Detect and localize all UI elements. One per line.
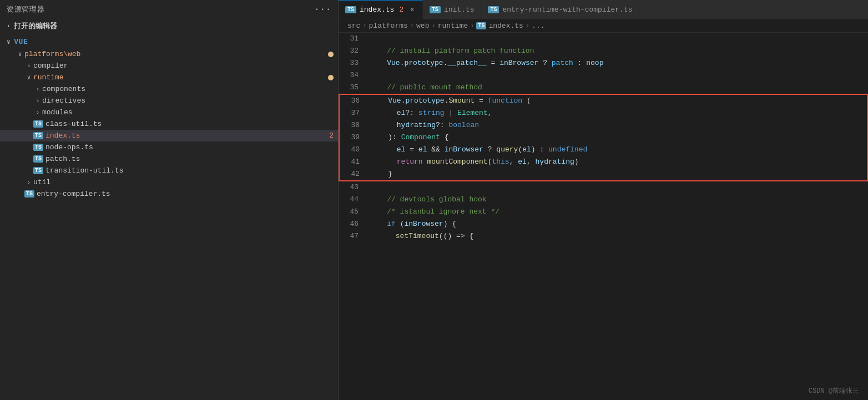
line-content-45: /* istanbul ignore next */ xyxy=(365,206,868,218)
node-ops-ts-icon: TS xyxy=(33,144,43,151)
line-content-37: el?: string | Element, xyxy=(366,107,867,119)
line-num-35: 35 xyxy=(339,82,365,94)
breadcrumb-src: src xyxy=(347,22,360,30)
open-editors-section[interactable]: › 打开的编辑器 xyxy=(0,19,338,33)
line-num-46: 46 xyxy=(339,218,365,230)
line-num-38: 38 xyxy=(340,119,366,131)
open-editors-label: 打开的编辑器 xyxy=(14,21,57,31)
breadcrumb-runtime: runtime xyxy=(438,22,468,30)
modules-label: modules xyxy=(42,108,338,117)
tab-entry-runtime[interactable]: TS entry-runtime-with-compiler.ts xyxy=(481,0,639,19)
components-label: components xyxy=(42,85,338,93)
tab-init-ts[interactable]: TS init.ts xyxy=(423,0,482,19)
line-num-41: 41 xyxy=(340,156,366,168)
directives-label: directives xyxy=(42,97,338,105)
compiler-label: compiler xyxy=(33,62,338,70)
index-ts-icon: TS xyxy=(33,132,43,139)
entry-compiler-file[interactable]: TS entry-compiler.ts xyxy=(0,188,338,200)
line-content-36: Vue.prototype.$mount = function ( xyxy=(366,95,867,107)
code-area[interactable]: 31 32 // install platform patch function… xyxy=(339,33,868,400)
index-ts-file[interactable]: TS index.ts 2 xyxy=(0,130,338,141)
breadcrumb-sep4: › xyxy=(470,22,474,30)
transition-util-file[interactable]: TS transition-util.ts xyxy=(0,165,338,176)
tab-init-ts-icon: TS xyxy=(430,6,441,13)
breadcrumb-file: index.ts xyxy=(488,22,523,30)
line-num-42: 42 xyxy=(340,168,366,180)
patch-file[interactable]: TS patch.ts xyxy=(0,153,338,165)
code-line-40: 40 el = el && inBrowser ? query(el) : un… xyxy=(340,144,867,156)
line-content-46: if (inBrowser) { xyxy=(365,218,868,230)
breadcrumb: src › platforms › web › runtime › TS ind… xyxy=(339,19,868,33)
platforms-web-dot xyxy=(328,52,334,57)
entry-compiler-ts-icon: TS xyxy=(24,190,34,198)
tab-entry-runtime-icon: TS xyxy=(488,6,499,13)
tab-index-ts-close[interactable]: × xyxy=(408,5,415,15)
sidebar-header: 资源管理器 ··· xyxy=(0,0,338,19)
line-content-32: // install platform patch function xyxy=(365,45,868,57)
platforms-web-label: platforms\web xyxy=(24,50,328,58)
breadcrumb-ts-icon: TS xyxy=(476,22,486,29)
patch-label: patch.ts xyxy=(46,155,338,163)
line-num-34: 34 xyxy=(339,69,365,82)
platforms-web-folder[interactable]: ∨ platforms\web xyxy=(0,48,338,60)
code-line-44: 44 // devtools global hook xyxy=(339,194,868,206)
vue-section-arrow: ∨ xyxy=(7,38,11,45)
compiler-folder[interactable]: › compiler xyxy=(0,60,338,72)
transition-util-label: transition-util.ts xyxy=(46,166,338,175)
line-content-42: } xyxy=(366,168,867,180)
tab-init-ts-label: init.ts xyxy=(444,6,475,14)
open-editors-arrow: › xyxy=(7,23,11,29)
line-content-44: // devtools global hook xyxy=(365,194,868,206)
sidebar-title: 资源管理器 xyxy=(7,4,44,14)
components-folder[interactable]: › components xyxy=(0,83,338,95)
line-content-33: Vue.prototype.__patch__ = inBrowser ? pa… xyxy=(365,57,868,69)
line-num-36: 36 xyxy=(340,95,366,107)
entry-compiler-label: entry-compiler.ts xyxy=(37,190,338,198)
runtime-folder[interactable]: ∨ runtime xyxy=(0,72,338,83)
line-num-40: 40 xyxy=(340,144,366,156)
breadcrumb-sep3: › xyxy=(431,22,435,30)
class-util-file[interactable]: TS class-util.ts xyxy=(0,118,338,130)
class-util-label: class-util.ts xyxy=(46,120,338,128)
vue-section-label[interactable]: ∨ VUE xyxy=(0,36,338,48)
tab-index-ts-badge: 2 xyxy=(397,6,405,14)
code-line-38: 38 hydrating?: boolean xyxy=(340,119,867,131)
code-line-36: 36 Vue.prototype.$mount = function ( xyxy=(340,95,867,107)
line-num-43: 43 xyxy=(339,181,365,194)
line-num-32: 32 xyxy=(339,45,365,57)
tab-index-ts-icon: TS xyxy=(345,6,356,13)
index-ts-label: index.ts xyxy=(46,131,329,140)
util-arrow: › xyxy=(24,179,33,186)
line-content-35: // public mount method xyxy=(365,82,868,94)
directives-folder[interactable]: › directives xyxy=(0,95,338,107)
breadcrumb-sep2: › xyxy=(410,22,414,30)
line-num-44: 44 xyxy=(339,194,365,206)
code-line-35: 35 // public mount method xyxy=(339,82,868,94)
runtime-arrow: ∨ xyxy=(24,74,33,81)
runtime-label: runtime xyxy=(33,73,328,82)
code-line-31: 31 xyxy=(339,33,868,45)
vue-section: ∨ VUE ∨ platforms\web › compiler ∨ runti… xyxy=(0,36,338,200)
code-line-43: 43 xyxy=(339,181,868,194)
code-line-47: 47 setTimeout(() => { xyxy=(339,230,868,242)
index-ts-badge: 2 xyxy=(329,131,334,140)
tab-entry-runtime-label: entry-runtime-with-compiler.ts xyxy=(502,6,632,14)
vue-label: VUE xyxy=(14,38,28,46)
breadcrumb-web: web xyxy=(416,22,429,30)
class-util-ts-icon: TS xyxy=(33,120,43,128)
modules-folder[interactable]: › modules xyxy=(0,107,338,118)
node-ops-file[interactable]: TS node-ops.ts xyxy=(0,141,338,153)
sidebar: 资源管理器 ··· › 打开的编辑器 ∨ VUE ∨ platforms\web… xyxy=(0,0,339,400)
code-line-46: 46 if (inBrowser) { xyxy=(339,218,868,230)
tab-index-ts[interactable]: TS index.ts 2 × xyxy=(339,0,423,19)
watermark: CSDN @前端张三 xyxy=(809,386,859,396)
highlighted-block: 36 Vue.prototype.$mount = function ( 37 … xyxy=(339,94,868,181)
patch-ts-icon: TS xyxy=(33,155,43,163)
breadcrumb-ellipsis: ... xyxy=(532,22,544,30)
util-folder[interactable]: › util xyxy=(0,176,338,188)
line-num-31: 31 xyxy=(339,33,365,45)
line-content-47: setTimeout(() => { xyxy=(365,230,868,242)
code-line-37: 37 el?: string | Element, xyxy=(340,107,867,119)
sidebar-more-button[interactable]: ··· xyxy=(314,4,331,14)
code-line-32: 32 // install platform patch function xyxy=(339,45,868,57)
